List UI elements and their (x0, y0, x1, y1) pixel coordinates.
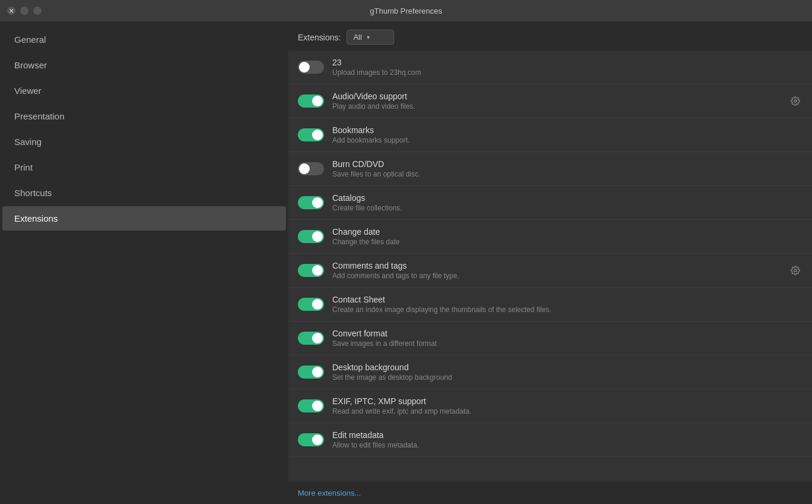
close-button[interactable]: ✕ (7, 7, 15, 15)
ext-info-burn-cd: Burn CD/DVDSave files to an optical disc… (332, 159, 788, 178)
toggle-knob-comments-tags (312, 265, 323, 276)
ext-name-23: 23 (332, 58, 788, 67)
ext-info-bookmarks: BookmarksAdd bookmarks support. (332, 125, 788, 144)
sidebar: GeneralBrowserViewerPresentationSavingPr… (0, 21, 288, 504)
ext-desc-change-date: Change the files date (332, 238, 788, 246)
ext-info-exif-iptc-xmp: EXIF, IPTC, XMP supportRead and write ex… (332, 396, 788, 415)
ext-desc-burn-cd: Save files to an optical disc. (332, 170, 788, 178)
ext-name-edit-metadata: Edit metadata (332, 430, 788, 440)
toggle-knob-bookmarks (312, 130, 323, 140)
ext-name-bookmarks: Bookmarks (332, 125, 788, 135)
sidebar-item-shortcuts[interactable]: Shortcuts (2, 181, 286, 205)
toggle-knob-edit-metadata (312, 434, 323, 445)
ext-name-contact-sheet: Contact Sheet (332, 295, 788, 304)
sidebar-item-saving[interactable]: Saving (2, 130, 286, 154)
toggle-knob-23 (299, 62, 310, 73)
ext-name-exif-iptc-xmp: EXIF, IPTC, XMP support (332, 396, 788, 406)
svg-point-6 (794, 269, 797, 272)
toggle-knob-exif-iptc-xmp (312, 401, 323, 411)
ext-name-convert-format: Convert format (332, 329, 788, 338)
ext-info-contact-sheet: Contact SheetCreate an index image displ… (332, 295, 788, 314)
toggle-bookmarks[interactable] (298, 128, 324, 141)
ext-info-comments-tags: Comments and tagsAdd comments and tags t… (332, 261, 788, 280)
toggle-23[interactable] (298, 61, 324, 74)
ext-desc-audio-video: Play audio and video files. (332, 102, 788, 111)
ext-name-audio-video: Audio/Video support (332, 92, 788, 101)
window-controls: ✕ (7, 7, 42, 15)
toggle-knob-change-date (312, 231, 323, 242)
sidebar-item-browser[interactable]: Browser (2, 53, 286, 77)
ext-desc-desktop-background: Set the image as desktop background (332, 373, 788, 382)
ext-info-convert-format: Convert formatSave images in a different… (332, 329, 788, 348)
more-extensions-section: More extensions... (288, 481, 812, 504)
sidebar-item-presentation[interactable]: Presentation (2, 104, 286, 128)
toggle-comments-tags[interactable] (298, 264, 324, 277)
maximize-button[interactable] (33, 7, 42, 15)
content-area: Extensions: All ▾ 23Upload images to 23h… (288, 21, 812, 504)
toggle-change-date[interactable] (298, 230, 324, 243)
extension-item-change-date: Change dateChange the files date (288, 220, 812, 254)
titlebar: ✕ gThumb Preferences (0, 0, 812, 21)
extension-item-desktop-background: Desktop backgroundSet the image as deskt… (288, 355, 812, 389)
toggle-knob-desktop-background (312, 367, 323, 377)
window-title: gThumb Preferences (370, 7, 442, 15)
sidebar-item-extensions[interactable]: Extensions (2, 206, 286, 231)
extension-item-burn-cd: Burn CD/DVDSave files to an optical disc… (288, 152, 812, 186)
ext-desc-contact-sheet: Create an index image displaying the thu… (332, 305, 788, 314)
sidebar-item-viewer[interactable]: Viewer (2, 78, 286, 103)
extension-item-23: 23Upload images to 23hq.com (288, 51, 812, 84)
ext-info-23: 23Upload images to 23hq.com (332, 58, 788, 77)
extension-item-audio-video: Audio/Video supportPlay audio and video … (288, 84, 812, 118)
toggle-contact-sheet[interactable] (298, 298, 324, 311)
extension-item-catalogs: CatalogsCreate file collections. (288, 186, 812, 220)
extension-item-edit-metadata: Edit metadataAllow to edit files metadat… (288, 423, 812, 457)
ext-desc-edit-metadata: Allow to edit files metadata. (332, 441, 788, 449)
extension-item-exif-iptc-xmp: EXIF, IPTC, XMP supportRead and write ex… (288, 389, 812, 423)
ext-info-desktop-background: Desktop backgroundSet the image as deskt… (332, 363, 788, 382)
ext-desc-exif-iptc-xmp: Read and write exif, iptc and xmp metada… (332, 407, 788, 415)
toggle-knob-audio-video (312, 96, 323, 106)
gear-icon-comments-tags[interactable] (788, 263, 802, 278)
extension-item-contact-sheet: Contact SheetCreate an index image displ… (288, 288, 812, 322)
toggle-catalogs[interactable] (298, 196, 324, 209)
toggle-knob-catalogs (312, 197, 323, 208)
filter-dropdown[interactable]: All ▾ (347, 30, 394, 45)
ext-info-audio-video: Audio/Video supportPlay audio and video … (332, 92, 788, 111)
more-extensions-link[interactable]: More extensions... (298, 489, 361, 497)
toggle-knob-convert-format (312, 333, 323, 344)
minimize-button[interactable] (20, 7, 29, 15)
ext-desc-convert-format: Save images in a different format (332, 339, 788, 348)
extension-item-comments-tags: Comments and tagsAdd comments and tags t… (288, 254, 812, 288)
toggle-exif-iptc-xmp[interactable] (298, 399, 324, 412)
extension-item-bookmarks: BookmarksAdd bookmarks support. (288, 118, 812, 152)
sidebar-item-general[interactable]: General (2, 27, 286, 52)
extensions-list: 23Upload images to 23hq.comAudio/Video s… (288, 51, 812, 481)
ext-name-comments-tags: Comments and tags (332, 261, 788, 270)
ext-desc-bookmarks: Add bookmarks support. (332, 136, 788, 144)
extension-item-convert-format: Convert formatSave images in a different… (288, 322, 812, 355)
ext-desc-comments-tags: Add comments and tags to any file type. (332, 272, 788, 280)
toggle-desktop-background[interactable] (298, 366, 324, 379)
ext-desc-catalogs: Create file collections. (332, 204, 788, 212)
extensions-header: Extensions: All ▾ (288, 21, 812, 51)
main-layout: GeneralBrowserViewerPresentationSavingPr… (0, 21, 812, 504)
toggle-edit-metadata[interactable] (298, 433, 324, 446)
gear-icon-audio-video[interactable] (788, 94, 802, 108)
ext-name-desktop-background: Desktop background (332, 363, 788, 372)
dropdown-arrow-icon: ▾ (367, 34, 370, 40)
ext-info-edit-metadata: Edit metadataAllow to edit files metadat… (332, 430, 788, 449)
sidebar-item-print[interactable]: Print (2, 155, 286, 179)
ext-name-change-date: Change date (332, 227, 788, 237)
svg-point-1 (794, 100, 797, 102)
filter-value: All (353, 33, 361, 42)
ext-name-catalogs: Catalogs (332, 193, 788, 203)
toggle-convert-format[interactable] (298, 332, 324, 345)
ext-desc-23: Upload images to 23hq.com (332, 68, 788, 77)
toggle-knob-burn-cd (299, 163, 310, 174)
ext-info-change-date: Change dateChange the files date (332, 227, 788, 246)
extensions-label: Extensions: (298, 33, 341, 42)
toggle-knob-contact-sheet (312, 299, 323, 310)
toggle-burn-cd[interactable] (298, 162, 324, 175)
ext-name-burn-cd: Burn CD/DVD (332, 159, 788, 169)
toggle-audio-video[interactable] (298, 94, 324, 108)
